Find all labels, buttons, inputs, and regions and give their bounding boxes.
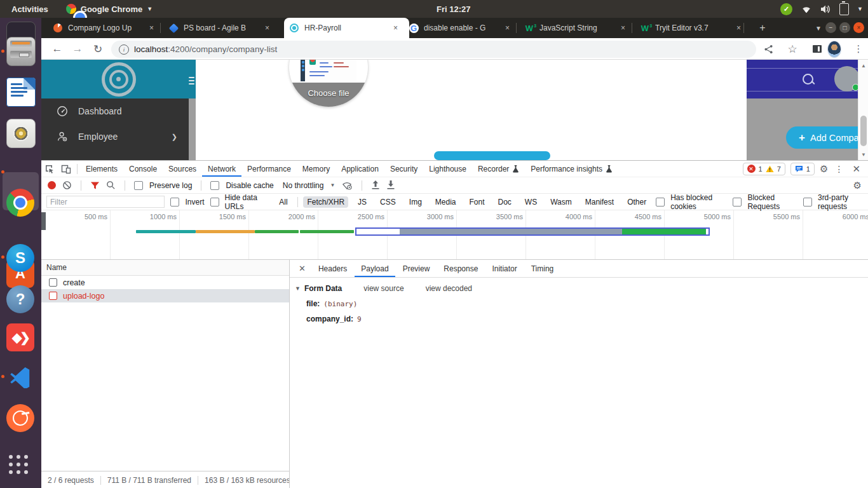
devtools-menu-icon[interactable]: ⋮ xyxy=(833,164,844,174)
blocked-requests-label[interactable]: Blocked Requests xyxy=(747,193,797,211)
wifi-icon[interactable] xyxy=(801,4,812,13)
devtools-tab-sources[interactable]: Sources xyxy=(163,161,202,177)
tab-close-icon[interactable]: × xyxy=(264,24,271,32)
browser-tab[interactable]: G disable enable - G × xyxy=(403,18,519,38)
logo-preview-circle[interactable]: Choose file xyxy=(289,60,368,107)
browser-tab[interactable]: PS board - Agile B × xyxy=(163,18,279,38)
reload-icon[interactable]: ↻ xyxy=(90,41,105,57)
devtools-close-icon[interactable]: ✕ xyxy=(850,163,863,175)
invert-checkbox[interactable] xyxy=(170,198,179,207)
hide-data-urls-checkbox[interactable] xyxy=(210,198,219,207)
import-har-icon[interactable] xyxy=(371,180,380,190)
filter-type-img[interactable]: Img xyxy=(405,196,426,208)
scroll-down-icon[interactable]: ▼ xyxy=(858,150,868,159)
waterfall-bar-3[interactable] xyxy=(255,230,299,233)
dock-item-postman[interactable] xyxy=(6,404,34,432)
network-overview-timeline[interactable]: 500 ms 1000 ms 1500 ms 2000 ms 2500 ms 3… xyxy=(41,210,868,260)
filter-input[interactable] xyxy=(46,196,165,208)
devtools-tab-memory[interactable]: Memory xyxy=(297,161,336,177)
filter-type-other[interactable]: Other xyxy=(623,196,650,208)
status-check-icon[interactable]: ✓ xyxy=(780,3,792,15)
preserve-log-checkbox[interactable] xyxy=(134,181,143,190)
devtools-tab-elements[interactable]: Elements xyxy=(80,161,123,177)
network-search-icon[interactable] xyxy=(106,180,116,190)
dock-item-rhythmbox[interactable] xyxy=(6,119,36,148)
battery-icon[interactable] xyxy=(839,3,849,15)
filter-type-wasm[interactable]: Wasm xyxy=(546,196,576,208)
waterfall-bar-4[interactable] xyxy=(300,230,354,233)
detail-tab-payload[interactable]: Payload xyxy=(355,261,395,277)
search-icon[interactable] xyxy=(803,74,813,85)
choose-file-button[interactable]: Choose file xyxy=(289,88,368,98)
dock-item-skype[interactable]: S xyxy=(6,244,34,272)
devtools-tab-application[interactable]: Application xyxy=(336,161,384,177)
clock[interactable]: Fri 12:27 xyxy=(437,0,470,18)
side-panel-icon[interactable] xyxy=(810,42,824,56)
tab-search-chevron-icon[interactable]: ▼ xyxy=(812,22,825,34)
dock-item-libreoffice-writer[interactable] xyxy=(6,78,36,107)
dock-item-file-cabinet[interactable] xyxy=(6,37,36,66)
expand-triangle-icon[interactable]: ▼ xyxy=(295,285,301,292)
request-row-upload-logo[interactable]: upload-logo xyxy=(41,289,289,302)
browser-tab-active[interactable]: HR-Payroll × xyxy=(284,18,409,38)
filter-type-ws[interactable]: WS xyxy=(521,196,541,208)
app-menu[interactable]: Google Chrome ▼ xyxy=(60,4,159,14)
waterfall-bar-upload[interactable] xyxy=(355,227,710,236)
detail-close-icon[interactable]: ✕ xyxy=(294,264,311,273)
tab-close-icon[interactable]: × xyxy=(504,24,511,32)
timeline-handle[interactable] xyxy=(41,212,46,230)
address-bar[interactable]: i localhost:4200/company/company-list xyxy=(111,41,756,58)
issues-badge[interactable]: 1 xyxy=(790,163,815,175)
devtools-tab-lighthouse[interactable]: Lighthouse xyxy=(423,161,472,177)
bookmark-star-icon[interactable]: ☆ xyxy=(785,42,799,56)
has-blocked-cookies-checkbox[interactable] xyxy=(656,198,665,207)
request-checkbox[interactable] xyxy=(49,278,57,287)
disable-cache-checkbox[interactable] xyxy=(210,181,219,190)
app-logo-icon[interactable] xyxy=(102,62,136,97)
device-toolbar-icon[interactable] xyxy=(58,161,74,177)
window-minimize-button[interactable]: − xyxy=(825,22,836,33)
hamburger-menu-icon[interactable] xyxy=(189,75,194,86)
dock-item-google-chrome[interactable] xyxy=(6,189,34,217)
window-close-button[interactable]: × xyxy=(853,22,864,33)
filter-type-font[interactable]: Font xyxy=(466,196,489,208)
filter-funnel-icon[interactable] xyxy=(90,181,100,190)
clear-icon[interactable] xyxy=(62,180,72,190)
forward-icon[interactable]: → xyxy=(70,41,85,57)
detail-tab-timing[interactable]: Timing xyxy=(525,261,560,277)
activities-button[interactable]: Activities xyxy=(0,4,60,14)
inspect-element-icon[interactable] xyxy=(41,161,58,177)
site-info-icon[interactable]: i xyxy=(119,44,129,55)
add-company-button[interactable]: + Add Company xyxy=(786,126,868,149)
upload-button-partial[interactable] xyxy=(434,151,550,160)
devtools-tab-recorder[interactable]: Recorder xyxy=(472,161,525,177)
invert-label[interactable]: Invert xyxy=(185,198,204,207)
detail-tab-initiator[interactable]: Initiator xyxy=(485,261,523,277)
devtools-settings-icon[interactable]: ⚙ xyxy=(820,163,828,175)
console-status-badge[interactable]: ✕ 1 7 xyxy=(743,163,785,175)
dock-item-vscode[interactable] xyxy=(6,363,34,391)
has-blocked-cookies-label[interactable]: Has blocked cookies xyxy=(670,193,727,211)
filter-type-manifest[interactable]: Manifest xyxy=(581,196,618,208)
network-conditions-icon[interactable] xyxy=(341,180,353,190)
third-party-label[interactable]: 3rd-party requests xyxy=(818,193,868,211)
devtools-tab-security[interactable]: Security xyxy=(384,161,423,177)
profile-avatar[interactable] xyxy=(827,42,841,56)
devtools-tab-performance-insights[interactable]: Performance insights xyxy=(525,161,618,177)
waterfall-bar-1[interactable] xyxy=(136,230,196,233)
share-icon[interactable] xyxy=(761,42,775,56)
filter-type-media[interactable]: Media xyxy=(431,196,460,208)
browser-tab[interactable]: W3 Tryit Editor v3.7 × xyxy=(635,18,750,38)
tab-close-icon[interactable]: × xyxy=(735,24,742,32)
filter-type-doc[interactable]: Doc xyxy=(494,196,515,208)
record-icon[interactable] xyxy=(48,181,56,189)
dock-item-anydesk[interactable]: ◆❯ xyxy=(6,323,34,351)
tab-close-icon[interactable]: × xyxy=(148,24,155,32)
back-icon[interactable]: ← xyxy=(50,41,65,57)
request-checkbox[interactable] xyxy=(49,292,57,300)
disable-cache-label[interactable]: Disable cache xyxy=(226,181,273,190)
network-settings-icon[interactable]: ⚙ xyxy=(853,180,862,191)
browser-menu-icon[interactable]: ⋮ xyxy=(851,42,865,56)
filter-type-fetch-xhr[interactable]: Fetch/XHR xyxy=(303,196,348,208)
scrollbar-thumb[interactable] xyxy=(860,116,867,146)
